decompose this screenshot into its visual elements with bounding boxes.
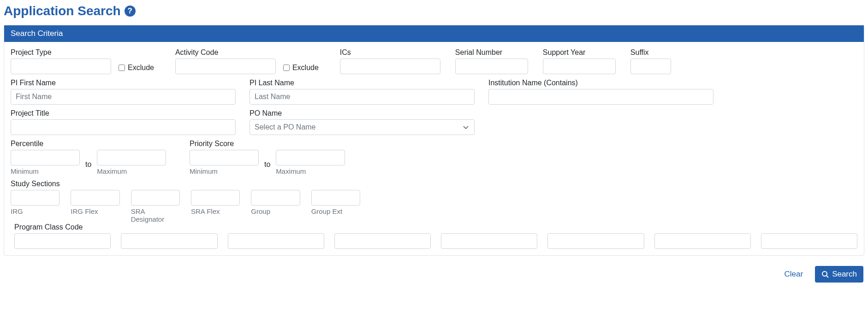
- exclude-project-type-label: Exclude: [128, 64, 154, 72]
- pcc-input-7[interactable]: [654, 233, 751, 249]
- activity-code-label: Activity Code: [175, 48, 276, 57]
- sra-flex-input[interactable]: [191, 190, 240, 206]
- percentile-min-sublabel: Minimum: [11, 167, 80, 175]
- program-class-code-label: Program Class Code: [14, 223, 857, 231]
- irg-input[interactable]: [11, 190, 59, 206]
- sra-designator-sublabel: SRA Designator: [131, 207, 180, 223]
- percentile-max-input[interactable]: [97, 150, 166, 165]
- priority-score-min-sublabel: Minimum: [190, 167, 259, 175]
- pi-first-name-input[interactable]: [11, 89, 236, 105]
- group-ext-sublabel: Group Ext: [311, 207, 360, 215]
- chevron-down-icon: [462, 124, 470, 131]
- group-ext-input[interactable]: [311, 190, 360, 206]
- priority-score-label: Priority Score: [190, 140, 359, 148]
- priority-score-min-input[interactable]: [190, 150, 259, 165]
- clear-button[interactable]: Clear: [781, 266, 807, 282]
- irg-flex-sublabel: IRG Flex: [71, 207, 119, 215]
- support-year-label: Support Year: [543, 48, 616, 57]
- priority-score-max-sublabel: Maximum: [276, 167, 345, 175]
- priority-score-to-label: to: [264, 157, 270, 169]
- search-button[interactable]: Search: [815, 266, 863, 283]
- project-type-input[interactable]: [11, 59, 111, 74]
- activity-code-input[interactable]: [175, 59, 276, 74]
- svg-line-1: [826, 276, 828, 277]
- po-name-placeholder: Select a PO Name: [255, 123, 316, 131]
- project-title-input[interactable]: [11, 119, 236, 135]
- page-title: Application Search ?: [4, 4, 864, 18]
- irg-flex-input[interactable]: [71, 190, 119, 206]
- priority-score-max-input[interactable]: [276, 150, 345, 165]
- pcc-input-4[interactable]: [334, 233, 431, 249]
- percentile-max-sublabel: Maximum: [97, 167, 166, 175]
- irg-sublabel: IRG: [11, 207, 59, 215]
- serial-number-label: Serial Number: [455, 48, 528, 57]
- sra-designator-input[interactable]: [131, 190, 180, 206]
- pi-first-name-label: PI First Name: [11, 79, 236, 87]
- serial-number-input[interactable]: [455, 59, 528, 74]
- search-button-label: Search: [832, 270, 857, 279]
- pi-last-name-input[interactable]: [250, 89, 475, 105]
- po-name-select[interactable]: Select a PO Name: [250, 119, 475, 135]
- search-icon: [821, 271, 829, 278]
- exclude-project-type-checkbox[interactable]: [119, 65, 125, 71]
- percentile-label: Percentile: [11, 140, 180, 148]
- search-criteria-panel: Search Criteria Project Type Exclude Act…: [4, 25, 864, 256]
- pcc-input-6[interactable]: [547, 233, 644, 249]
- group-input[interactable]: [251, 190, 300, 206]
- pcc-input-1[interactable]: [14, 233, 111, 249]
- suffix-input[interactable]: [630, 59, 671, 74]
- pcc-input-3[interactable]: [228, 233, 324, 249]
- institution-label: Institution Name (Contains): [488, 79, 713, 87]
- project-title-label: Project Title: [11, 109, 236, 118]
- suffix-label: Suffix: [630, 48, 671, 57]
- project-type-label: Project Type: [11, 48, 111, 57]
- pcc-input-5[interactable]: [441, 233, 537, 249]
- po-name-label: PO Name: [250, 109, 475, 118]
- group-sublabel: Group: [251, 207, 300, 215]
- pi-last-name-label: PI Last Name: [250, 79, 475, 87]
- help-icon[interactable]: ?: [125, 6, 136, 17]
- exclude-activity-code-label: Exclude: [292, 64, 319, 72]
- pcc-input-2[interactable]: [121, 233, 217, 249]
- pcc-input-8[interactable]: [761, 233, 857, 249]
- percentile-to-label: to: [85, 157, 91, 169]
- exclude-activity-code-checkbox[interactable]: [283, 65, 290, 71]
- svg-point-0: [822, 271, 827, 276]
- study-sections-label: Study Sections: [11, 180, 360, 188]
- percentile-min-input[interactable]: [11, 150, 80, 165]
- panel-header: Search Criteria: [4, 25, 864, 42]
- institution-input[interactable]: [488, 89, 713, 105]
- support-year-input[interactable]: [543, 59, 616, 74]
- ics-label: ICs: [340, 48, 440, 57]
- sra-flex-sublabel: SRA Flex: [191, 207, 240, 215]
- page-title-text: Application Search: [4, 4, 121, 18]
- ics-input[interactable]: [340, 59, 440, 74]
